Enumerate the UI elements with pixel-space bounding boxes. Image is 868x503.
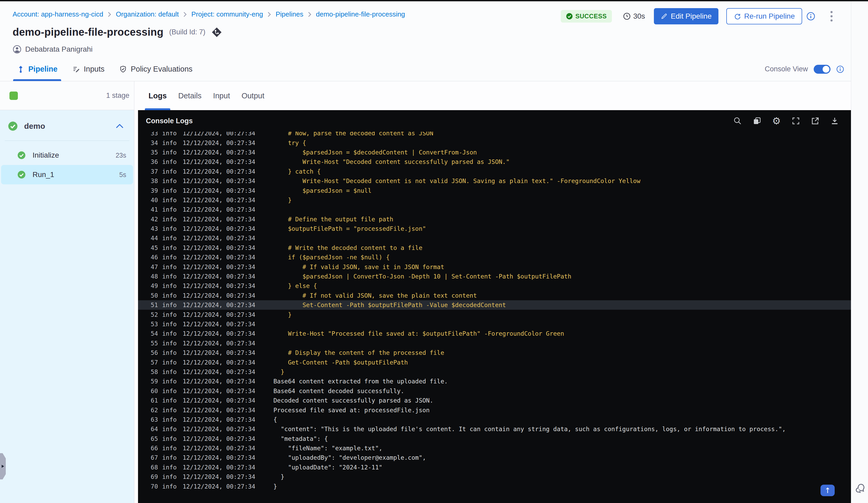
download-icon[interactable]: [830, 116, 839, 126]
console-tab-output[interactable]: Output: [241, 81, 264, 110]
log-line-number: 35: [146, 149, 158, 156]
tab-inputs[interactable]: Inputs: [72, 57, 104, 81]
log-line-number: 46: [146, 254, 158, 261]
log-row[interactable]: 63 info 12/12/2024, 00:27:34 {: [138, 415, 851, 424]
step-success-icon: [17, 170, 26, 179]
title-row: demo-pipeline-file-processing (Build Id:…: [13, 26, 851, 38]
log-row[interactable]: 35 info 12/12/2024, 00:27:34 $parsedJson…: [138, 148, 851, 157]
breadcrumb-project-link[interactable]: Project: community-eng: [191, 10, 263, 18]
log-line-number: 56: [146, 349, 158, 356]
log-level: info: [162, 149, 178, 156]
rerun-icon: [734, 13, 741, 20]
log-message: Base64 content extracted from the upload…: [273, 378, 448, 385]
log-row[interactable]: 39 info 12/12/2024, 00:27:34 $parsedJson…: [138, 186, 851, 195]
step-duration: 5s: [120, 171, 126, 179]
log-timestamp: 12/12/2024, 00:27:34: [183, 225, 259, 232]
log-row[interactable]: 52 info 12/12/2024, 00:27:34 }: [138, 310, 851, 319]
log-timestamp: 12/12/2024, 00:27:34: [183, 473, 259, 480]
open-in-new-icon[interactable]: [810, 116, 820, 126]
chevron-up-icon[interactable]: [116, 124, 124, 129]
log-message: $parsedJson = $null: [273, 187, 372, 194]
log-row[interactable]: 62 info 12/12/2024, 00:27:34 Processed f…: [138, 405, 851, 415]
log-row[interactable]: 47 info 12/12/2024, 00:27:34 # If valid …: [138, 262, 851, 271]
log-row[interactable]: 64 info 12/12/2024, 00:27:34 "content": …: [138, 424, 851, 434]
log-row[interactable]: 36 info 12/12/2024, 00:27:34 Write-Host …: [138, 157, 851, 167]
breadcrumb-pipelines-link[interactable]: Pipelines: [276, 10, 303, 18]
console-view-toggle[interactable]: [814, 65, 830, 74]
log-row[interactable]: 60 info 12/12/2024, 00:27:34 Base64 cont…: [138, 386, 851, 396]
log-row[interactable]: 33 info 12/12/2024, 00:27:34 # Now, pars…: [138, 132, 851, 138]
log-row[interactable]: 42 info 12/12/2024, 00:27:34 # Define th…: [138, 214, 851, 224]
scroll-to-top-button[interactable]: ↑: [820, 485, 835, 496]
log-row[interactable]: 41 info 12/12/2024, 00:27:34: [138, 205, 851, 214]
step-row-run-1[interactable]: Run_1 5s: [1, 165, 133, 184]
log-level: info: [162, 292, 178, 299]
log-row[interactable]: 34 info 12/12/2024, 00:27:34 try {: [138, 138, 851, 147]
edit-pipeline-button[interactable]: Edit Pipeline: [654, 8, 719, 24]
log-message: try {: [273, 139, 306, 146]
log-row[interactable]: 37 info 12/12/2024, 00:27:34 } catch {: [138, 167, 851, 176]
log-message: {: [273, 416, 277, 423]
help-chat-icon[interactable]: [854, 483, 866, 494]
stage-demo-header[interactable]: demo: [0, 117, 134, 135]
more-options-button[interactable]: [828, 9, 835, 23]
log-timestamp: 12/12/2024, 00:27:34: [183, 416, 259, 423]
console-tab-input[interactable]: Input: [213, 81, 230, 110]
log-row[interactable]: 61 info 12/12/2024, 00:27:34 Decoded con…: [138, 396, 851, 405]
log-row[interactable]: 44 info 12/12/2024, 00:27:34: [138, 233, 851, 243]
info-icon[interactable]: [806, 12, 815, 21]
search-icon[interactable]: [733, 116, 742, 126]
log-timestamp: 12/12/2024, 00:27:34: [183, 178, 259, 184]
rerun-pipeline-button[interactable]: Re-run Pipeline: [726, 8, 802, 24]
tab-pipeline[interactable]: Pipeline: [17, 57, 58, 81]
tab-policy-evaluations[interactable]: Policy Evaluations: [119, 57, 192, 81]
log-area[interactable]: 33 info 12/12/2024, 00:27:34 # Now, pars…: [138, 132, 851, 503]
log-line-number: 68: [146, 464, 158, 471]
console-tab-logs[interactable]: Logs: [148, 81, 167, 110]
copy-icon[interactable]: [752, 116, 762, 126]
console-view-info-icon[interactable]: [836, 65, 844, 73]
log-row[interactable]: 69 info 12/12/2024, 00:27:34 }: [138, 472, 851, 482]
log-timestamp: 12/12/2024, 00:27:34: [183, 139, 259, 146]
log-row[interactable]: 66 info 12/12/2024, 00:27:34 "fileName":…: [138, 443, 851, 453]
log-message: }: [273, 368, 285, 375]
log-line-number: 48: [146, 273, 158, 280]
log-row[interactable]: 38 info 12/12/2024, 00:27:34 Write-Host …: [138, 176, 851, 186]
fullscreen-icon[interactable]: [791, 116, 800, 126]
console-header-icons: ⚙: [733, 116, 839, 126]
log-row[interactable]: 65 info 12/12/2024, 00:27:34 "metadata":…: [138, 434, 851, 443]
page-title: demo-pipeline-file-processing: [13, 26, 164, 38]
breadcrumb-current-pipeline-link[interactable]: demo-pipeline-file-processing: [316, 10, 405, 18]
log-row[interactable]: 46 info 12/12/2024, 00:27:34 if ($parsed…: [138, 253, 851, 262]
inputs-icon: [72, 65, 80, 73]
log-row[interactable]: 70 info 12/12/2024, 00:27:34 }: [138, 482, 851, 491]
log-row[interactable]: 59 info 12/12/2024, 00:27:34 Base64 cont…: [138, 377, 851, 386]
log-level: info: [162, 168, 178, 175]
log-row[interactable]: 50 info 12/12/2024, 00:27:34 # If not va…: [138, 291, 851, 300]
log-row[interactable]: 53 info 12/12/2024, 00:27:34: [138, 319, 851, 329]
expand-panel-handle[interactable]: [0, 453, 6, 479]
log-row[interactable]: 45 info 12/12/2024, 00:27:34 # Write the…: [138, 243, 851, 253]
log-row[interactable]: 43 info 12/12/2024, 00:27:34 $outputFile…: [138, 224, 851, 233]
console-tab-details[interactable]: Details: [178, 81, 202, 110]
log-level: info: [162, 340, 178, 347]
log-message: "fileName": "example.txt",: [273, 445, 382, 452]
step-row-initialize[interactable]: Initialize 23s: [1, 146, 133, 165]
log-row[interactable]: 55 info 12/12/2024, 00:27:34: [138, 338, 851, 348]
log-row[interactable]: 58 info 12/12/2024, 00:27:34 }: [138, 367, 851, 377]
log-row[interactable]: 40 info 12/12/2024, 00:27:34 }: [138, 195, 851, 205]
log-message: }: [273, 483, 277, 490]
breadcrumb-account-link[interactable]: Account: app-harness-ng-cicd: [13, 10, 103, 18]
log-row[interactable]: 68 info 12/12/2024, 00:27:34 "uploadDate…: [138, 463, 851, 472]
log-row[interactable]: 49 info 12/12/2024, 00:27:34 } else {: [138, 281, 851, 291]
log-row[interactable]: 48 info 12/12/2024, 00:27:34 $parsedJson…: [138, 272, 851, 281]
log-row[interactable]: 67 info 12/12/2024, 00:27:34 "uploadedBy…: [138, 453, 851, 462]
log-row[interactable]: 57 info 12/12/2024, 00:27:34 Get-Content…: [138, 357, 851, 367]
log-row[interactable]: 56 info 12/12/2024, 00:27:34 # Display t…: [138, 348, 851, 357]
log-row[interactable]: 54 info 12/12/2024, 00:27:34 Write-Host …: [138, 329, 851, 338]
settings-icon[interactable]: ⚙: [772, 116, 781, 126]
log-level: info: [162, 321, 178, 327]
breadcrumb-organization-link[interactable]: Organization: default: [116, 10, 179, 18]
log-row[interactable]: 51 info 12/12/2024, 00:27:34 Set-Content…: [138, 300, 851, 310]
log-level: info: [162, 197, 178, 203]
